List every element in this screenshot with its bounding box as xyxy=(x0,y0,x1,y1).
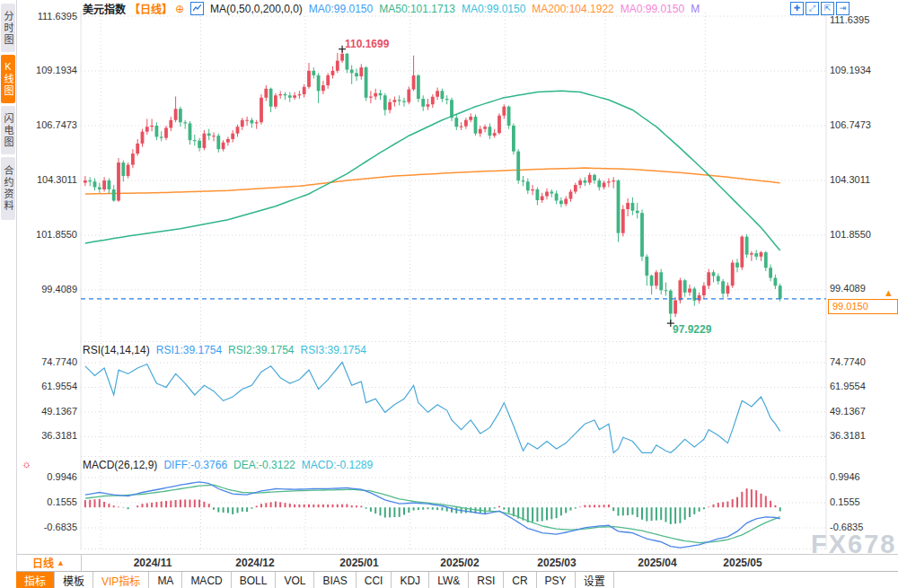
y-axis-label-right: 101.8550 xyxy=(830,229,896,240)
rsi-axis-label: 49.1367 xyxy=(18,406,77,417)
y-axis-label: 106.7473 xyxy=(18,119,77,130)
ma200-value: MA200:104.1922 xyxy=(532,3,613,15)
high-price-annotation: 110.1699 xyxy=(345,38,389,50)
rsi-axis-label: 74.7740 xyxy=(18,356,77,367)
last-price-box: 99.0150 xyxy=(828,299,898,314)
low-price-annotation: 97.9229 xyxy=(673,323,711,336)
y-axis-label: 111.6395 xyxy=(18,11,77,22)
sidebar-item-timeshare[interactable]: 分时图 xyxy=(1,4,15,52)
tab-template[interactable]: 模板 xyxy=(55,572,93,588)
kline-icon[interactable] xyxy=(190,2,204,15)
sidebar-item-kline[interactable]: K线图 xyxy=(1,55,15,103)
rsi-axis-label-right: 36.3181 xyxy=(830,430,896,441)
y-axis-label-right: 109.1934 xyxy=(830,65,896,75)
dea-value: DEA:-0.3122 xyxy=(233,459,295,471)
sidebar-item-contract-info[interactable]: 合约资料 xyxy=(1,157,15,220)
date-label: 2025/05 xyxy=(723,557,762,569)
tab-indicator[interactable]: 指标 xyxy=(16,572,55,588)
tab-settings[interactable]: 设置 xyxy=(576,572,614,588)
tab-rsi[interactable]: RSI xyxy=(469,572,504,588)
rsi1-value: RSI1:39.1754 xyxy=(156,344,222,356)
symbol-title: 美元指数 xyxy=(83,1,126,16)
rsi-axis-label-right: 61.9554 xyxy=(830,381,896,391)
rsi-title: RSI(14,14,14) xyxy=(83,344,150,356)
expand-icon[interactable]: ⊕ xyxy=(175,3,184,15)
tab-vip-indicator[interactable]: VIP指标 xyxy=(93,572,149,588)
period-text: 日线 xyxy=(32,555,54,570)
rsi-axis-label: 36.3181 xyxy=(18,430,77,441)
rsi2-value: RSI2:39.1754 xyxy=(228,344,294,356)
tab-ma[interactable]: MA xyxy=(149,572,182,588)
rsi3-value: RSI3:39.1754 xyxy=(301,344,366,356)
chart-canvas[interactable] xyxy=(0,0,898,588)
y-axis-label: 99.4089 xyxy=(18,284,77,294)
period-arrow-icon: ▲ xyxy=(57,558,65,567)
y-axis-label-right: 104.3011 xyxy=(830,174,896,185)
tab-macd[interactable]: MACD xyxy=(182,572,231,588)
sidebar-item-lightning[interactable]: 闪电图 xyxy=(1,106,15,154)
date-label: 2025/02 xyxy=(440,557,479,569)
macd-value: MACD:-0.1289 xyxy=(302,459,373,471)
rsi-axis-label-right: 49.1367 xyxy=(830,406,896,417)
diff-value: DIFF:-0.3766 xyxy=(163,459,227,471)
macd-title: MACD(26,12,9) xyxy=(83,459,157,471)
indicator-settings-icon[interactable]: ☼ xyxy=(22,458,31,470)
date-label: 2024/12 xyxy=(235,557,274,569)
m-label: M xyxy=(691,3,700,15)
y-axis-label: 109.1934 xyxy=(18,65,77,75)
y-axis-label: 104.3011 xyxy=(18,174,77,185)
tab-cr[interactable]: CR xyxy=(504,572,536,588)
pan-right-icon[interactable]: ⇥ xyxy=(836,2,850,15)
rsi-panel-header: RSI(14,14,14) RSI1:39.1754 RSI2:39.1754 … xyxy=(83,344,366,356)
macd-axis-label-right: 0.1555 xyxy=(830,496,896,507)
chart-application: 分时图 K线图 闪电图 合约资料 美元指数 【日线】 ⊕ MA(0,50,0,2… xyxy=(0,0,898,588)
ma0-value: MA0:99.0150 xyxy=(309,3,373,15)
y-axis-label: 101.8550 xyxy=(18,229,77,240)
main-chart-header: 美元指数 【日线】 ⊕ MA(0,50,0,200,0,0) MA0:99.01… xyxy=(83,1,700,16)
period-selector[interactable]: 日线 ▲ xyxy=(16,554,82,571)
period-label: 【日线】 xyxy=(129,1,172,16)
y-axis-label-right: 111.6395 xyxy=(830,14,896,25)
tab-boll[interactable]: BOLL xyxy=(232,572,277,588)
tab-lwr[interactable]: LW& xyxy=(429,572,469,588)
macd-panel-header: MACD(26,12,9) DIFF:-0.3766 DEA:-0.3122 M… xyxy=(83,459,373,471)
price-arrow-icon: ▲ xyxy=(884,287,894,298)
ma0-value-2: MA0:99.0150 xyxy=(462,3,525,15)
macd-axis-label: 0.1555 xyxy=(18,496,77,507)
rsi-axis-label: 61.9554 xyxy=(18,381,77,391)
tab-cci[interactable]: CCI xyxy=(357,572,392,588)
macd-axis-label: 0.9946 xyxy=(18,471,77,482)
date-label: 2025/01 xyxy=(339,557,378,569)
chart-type-sidebar: 分时图 K线图 闪电图 合约资料 xyxy=(0,0,17,588)
date-label: 2025/04 xyxy=(638,557,676,569)
rsi-axis-label-right: 74.7740 xyxy=(830,356,896,367)
ma0-value-3: MA0:99.0150 xyxy=(621,3,684,15)
y-axis-label-right: 106.7473 xyxy=(830,119,896,130)
macd-axis-label: -0.6835 xyxy=(18,522,77,532)
tab-bias[interactable]: BIAS xyxy=(314,572,356,588)
zoom-in-box-icon[interactable]: ⇱ xyxy=(821,2,834,15)
tab-kdj[interactable]: KDJ xyxy=(392,572,429,588)
ma-formula: MA(0,50,0,200,0,0) xyxy=(210,3,303,15)
ma50-value: MA50:101.1713 xyxy=(379,3,455,15)
tab-psy[interactable]: PSY xyxy=(537,572,576,588)
tab-vol[interactable]: VOL xyxy=(276,572,314,588)
zoom-area-icon[interactable]: ⤢ xyxy=(806,2,819,15)
date-label: 2024/11 xyxy=(134,557,172,569)
macd-axis-label-right: 0.9946 xyxy=(830,471,896,482)
crosshair-icon[interactable]: ✚ xyxy=(790,2,804,15)
chart-toolbar: ✚ ⤢ ⇱ ⇥ xyxy=(788,2,850,15)
date-label: 2025/03 xyxy=(537,557,576,569)
indicator-tab-bar: 指标 模板 VIP指标 MA MACD BOLL VOL BIAS CCI KD… xyxy=(16,571,898,588)
